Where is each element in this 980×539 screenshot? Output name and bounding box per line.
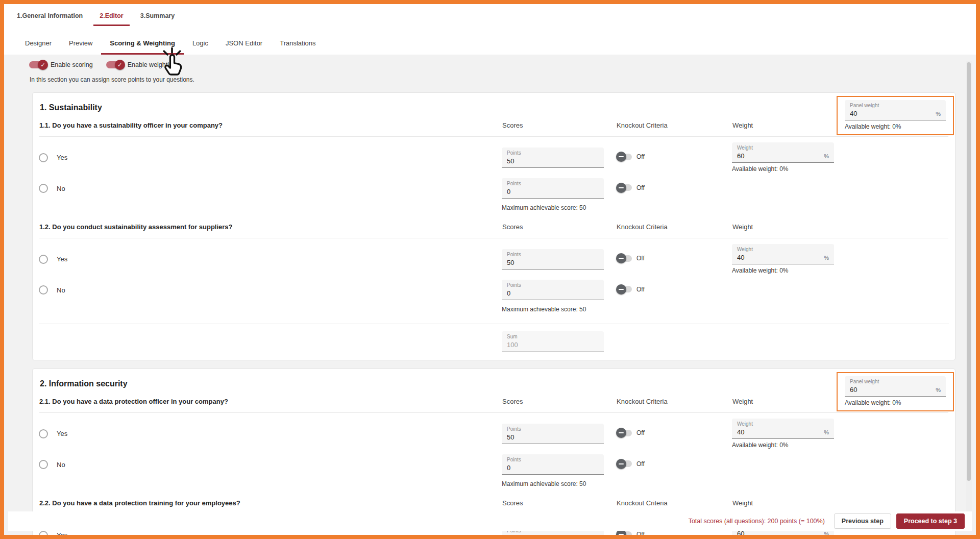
answer-option: No (39, 184, 502, 193)
weight-field-suffix-percent: % (824, 153, 829, 159)
knockout-cell: Off (616, 184, 732, 193)
knockout-cell: Off (616, 285, 732, 295)
tab-designer[interactable]: Designer (16, 34, 60, 55)
points-field-label: Points (507, 252, 599, 258)
scores-column-header: Scores (502, 223, 617, 231)
points-field-input[interactable] (507, 433, 582, 441)
step-tab-1[interactable]: 1.General Information (11, 12, 89, 26)
previous-step-button[interactable]: Previous step (834, 513, 891, 529)
step-tabs: 1.General Information2.Editor3.Summary (4, 4, 976, 26)
sum-field: Sum (502, 331, 604, 352)
tab-translations[interactable]: Translations (271, 34, 324, 55)
radio-yes[interactable] (39, 153, 48, 162)
panel-card: 1. SustainabilityPanel weight%Available … (32, 92, 955, 360)
scrollbar-thumb[interactable] (967, 62, 971, 481)
panel-weight-field: Panel weight% (845, 376, 946, 397)
sum-row: Sum (39, 324, 949, 357)
points-field-input[interactable] (507, 534, 582, 539)
answer-row: YesPointsOffWeight%Available weight: 0% (39, 419, 949, 449)
radio-no[interactable] (39, 460, 48, 469)
tab-json-editor[interactable]: JSON Editor (217, 34, 271, 55)
answer-option: No (39, 460, 502, 469)
tab-logic[interactable]: Logic (184, 34, 217, 55)
knockout-column-header: Knockout Criteria (617, 121, 732, 129)
panel-title: 2. Information security (39, 375, 949, 388)
panels-container: 1. SustainabilityPanel weight%Available … (4, 83, 976, 539)
radio-yes[interactable] (39, 531, 48, 539)
points-field: Points (502, 454, 604, 475)
answer-option: No (39, 285, 502, 295)
tab-scoring-weighting[interactable]: Scoring & Weighting (101, 34, 184, 55)
weight-field-label: Weight (737, 145, 829, 151)
check-icon: ✓ (38, 60, 48, 70)
radio-yes[interactable] (39, 429, 48, 438)
panel-weight-box: Panel weight%Available weight: 0% (837, 372, 954, 411)
points-field-input[interactable] (507, 157, 582, 165)
knockout-toggle-track (618, 255, 632, 262)
knockout-toggle[interactable]: Off (618, 255, 645, 262)
enable-scoring-toggle[interactable]: ✓ Enable scoring (29, 61, 93, 68)
enable-weighting-toggle[interactable]: ✓ Enable weighting (106, 61, 176, 68)
tab-preview[interactable]: Preview (60, 34, 101, 55)
step-tab-3[interactable]: 3.Summary (134, 12, 181, 26)
panel-available-weight: Available weight: 0% (845, 123, 946, 130)
vertical-scrollbar[interactable] (966, 61, 972, 511)
knockout-toggle[interactable]: Off (618, 460, 645, 468)
minus-icon (616, 183, 626, 193)
proceed-to-step-3-button[interactable]: Proceed to step 3 (896, 513, 965, 529)
option-label: Yes (57, 154, 67, 161)
weight-field: Weight% (732, 244, 834, 264)
weight-field-input[interactable] (737, 428, 813, 436)
panel-weight-field-input[interactable] (850, 109, 924, 117)
question-header-row: 1.2. Do you conduct sustainability asses… (39, 214, 948, 238)
panel-weight-field-suffix-percent: % (936, 111, 941, 117)
points-field-label: Points (507, 181, 599, 187)
knockout-toggle[interactable]: Off (618, 184, 645, 191)
points-field-input[interactable] (507, 187, 582, 195)
question-header-row: 2.1. Do you have a data protection offic… (39, 388, 948, 413)
weight-cell: Weight%Available weight: 0% (732, 419, 949, 449)
weight-column-header: Weight (732, 499, 948, 507)
weight-cell: Weight%Available weight: 0% (732, 244, 949, 274)
points-cell: Points (502, 148, 616, 168)
max-score-row: Maximum achievable score: 50 (39, 300, 949, 315)
enable-scoring-label: Enable scoring (51, 61, 93, 68)
max-achievable-score: Maximum achievable score: 50 (502, 306, 616, 313)
panel-weight-field-input[interactable] (850, 385, 924, 394)
panel-weight-field: Panel weight% (845, 100, 946, 120)
weight-field: Weight% (732, 142, 834, 163)
question-title: 1.1. Do you have a sustainability office… (39, 121, 502, 129)
weight-field-input[interactable] (737, 253, 813, 261)
minus-icon (616, 284, 626, 295)
question-available-weight: Available weight: 0% (732, 442, 949, 449)
points-field-input[interactable] (507, 463, 582, 472)
weight-field-input[interactable] (737, 152, 813, 160)
points-cell: Points (502, 454, 616, 475)
weight-column-header: Weight (732, 223, 948, 231)
answer-row: YesPointsOffWeight%Available weight: 0% (39, 244, 949, 274)
radio-no[interactable] (39, 285, 48, 295)
knockout-toggle[interactable]: Off (618, 153, 645, 160)
knockout-toggle[interactable]: Off (618, 429, 645, 436)
knockout-toggle[interactable]: Off (618, 531, 645, 538)
answer-option: Yes (39, 531, 502, 539)
points-cell: Points (502, 249, 616, 270)
sum-field-input (507, 340, 582, 349)
weight-field-suffix-percent: % (824, 531, 829, 537)
knockout-toggle[interactable]: Off (618, 286, 645, 293)
answer-row: NoPointsOff (39, 178, 949, 199)
scores-column-header: Scores (502, 499, 617, 507)
minus-icon (616, 428, 626, 438)
points-field-input[interactable] (507, 289, 582, 297)
question-title: 1.2. Do you conduct sustainability asses… (39, 223, 502, 231)
radio-no[interactable] (39, 184, 48, 193)
scoring-weighting-page: 1.General Information2.Editor3.Summary D… (0, 0, 980, 539)
points-field-input[interactable] (507, 258, 582, 266)
step-tab-2[interactable]: 2.Editor (93, 12, 130, 26)
sum-cell: Sum (502, 331, 616, 352)
knockout-cell: Off (616, 153, 732, 162)
toggle-on-track: ✓ (106, 61, 124, 68)
knockout-column-header: Knockout Criteria (617, 223, 732, 231)
answer-row: NoPointsOff (39, 454, 949, 475)
radio-yes[interactable] (39, 255, 48, 264)
